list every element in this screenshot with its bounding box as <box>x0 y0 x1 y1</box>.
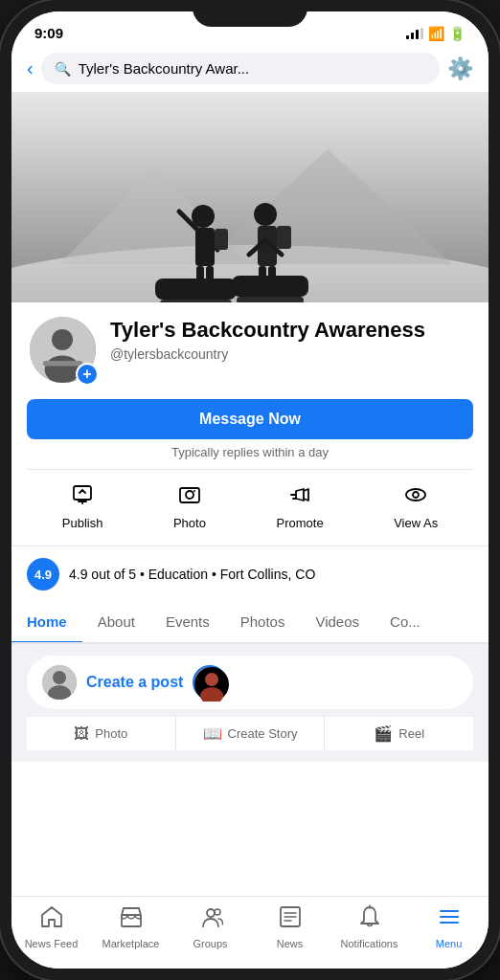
promote-button[interactable]: Promote <box>276 483 323 530</box>
profile-section: + Tyler's Backcountry Awareness @tylersb… <box>11 302 489 546</box>
create-post-text[interactable]: Create a post <box>86 674 183 691</box>
cover-photo <box>11 92 489 302</box>
promote-icon <box>288 483 311 512</box>
promote-label: Promote <box>276 516 323 530</box>
avatar-wrap: + <box>27 314 99 386</box>
bell-icon <box>357 904 382 935</box>
signal-icon <box>406 28 423 39</box>
nav-groups[interactable]: Groups <box>170 904 250 949</box>
svg-rect-18 <box>155 278 237 300</box>
content-area: + Tyler's Backcountry Awareness @tylersb… <box>11 92 489 896</box>
tab-about[interactable]: About <box>82 602 150 644</box>
photo-button[interactable]: Photo <box>173 483 206 530</box>
nav-news-feed[interactable]: News Feed <box>11 904 91 949</box>
search-input-wrap[interactable]: 🔍 Tyler's Backcountry Awar... <box>41 53 440 84</box>
svg-point-30 <box>186 491 193 499</box>
nav-marketplace[interactable]: Marketplace <box>91 904 170 949</box>
reel-post-button[interactable]: 🎬 Reel <box>325 717 473 750</box>
svg-rect-10 <box>215 229 228 250</box>
svg-point-31 <box>193 490 195 492</box>
photo-post-button[interactable]: 🖼 Photo <box>27 717 176 750</box>
search-bar: ‹ 🔍 Tyler's Backcountry Awar... ⚙️ <box>11 45 489 92</box>
tab-photos[interactable]: Photos <box>225 602 301 644</box>
svg-point-24 <box>45 355 80 383</box>
svg-rect-19 <box>160 300 232 302</box>
publish-icon <box>71 483 94 512</box>
follow-plus-icon[interactable]: + <box>76 363 99 386</box>
status-icons: 📶 🔋 <box>406 26 466 41</box>
view-as-button[interactable]: View As <box>394 483 438 530</box>
battery-icon: 🔋 <box>449 26 466 41</box>
status-time: 9:09 <box>34 25 63 41</box>
photo-post-icon: 🖼 <box>74 725 89 743</box>
svg-rect-41 <box>122 915 141 926</box>
post-avatar <box>42 665 77 700</box>
tab-home[interactable]: Home <box>11 602 82 644</box>
svg-rect-25 <box>43 361 82 367</box>
bottom-nav: News Feed Marketplace <box>11 896 489 969</box>
svg-point-23 <box>52 329 73 350</box>
view-as-icon <box>404 483 427 512</box>
phone-notch <box>193 0 307 27</box>
nav-marketplace-label: Marketplace <box>102 938 160 949</box>
news-icon <box>278 904 303 935</box>
nav-menu-label: Menu <box>436 938 463 949</box>
reply-time-text: Typically replies within a day <box>27 445 473 459</box>
view-as-label: View As <box>394 516 438 530</box>
create-story-button[interactable]: 📖 Create Story <box>176 717 326 750</box>
settings-icon[interactable]: ⚙️ <box>447 56 473 81</box>
reel-post-icon: 🎬 <box>374 724 393 743</box>
page-handle: @tylersbackcountry <box>110 346 473 362</box>
tab-events[interactable]: Events <box>150 602 225 644</box>
menu-icon <box>437 904 462 935</box>
back-button[interactable]: ‹ <box>27 57 34 79</box>
wifi-icon: 📶 <box>428 26 444 41</box>
publish-button[interactable]: Publish <box>62 483 103 530</box>
svg-point-39 <box>205 673 218 686</box>
message-now-button[interactable]: Message Now <box>27 399 473 439</box>
nav-notifications-label: Notifications <box>341 938 398 949</box>
create-post-row[interactable]: Create a post <box>27 656 473 709</box>
photo-label: Photo <box>173 516 206 530</box>
nav-groups-label: Groups <box>193 938 227 949</box>
rating-text: 4.9 out of 5 • Education • Fort Collins,… <box>69 567 315 582</box>
rating-badge: 4.9 <box>27 558 59 590</box>
svg-point-33 <box>406 489 425 501</box>
svg-rect-20 <box>232 276 308 297</box>
rating-row: 4.9 4.9 out of 5 • Education • Fort Coll… <box>11 546 489 602</box>
nav-notifications[interactable]: Notifications <box>330 904 409 949</box>
action-row: Publish Photo <box>27 469 473 534</box>
create-post-area: Create a post 🖼 Photo <box>11 644 489 762</box>
reel-avatar <box>193 665 227 700</box>
tab-more[interactable]: Co... <box>375 602 436 644</box>
svg-rect-26 <box>74 486 91 500</box>
tab-videos[interactable]: Videos <box>300 602 375 644</box>
nav-menu[interactable]: Menu <box>409 904 489 949</box>
svg-point-42 <box>207 909 215 917</box>
photo-icon <box>178 483 201 512</box>
publish-label: Publish <box>62 516 103 530</box>
story-post-icon: 📖 <box>203 724 222 743</box>
groups-icon <box>198 904 223 935</box>
svg-rect-17 <box>277 226 291 249</box>
page-title: Tyler's Backcountry Awareness <box>110 318 473 343</box>
nav-news-label: News <box>277 938 304 949</box>
svg-point-36 <box>53 671 66 684</box>
nav-news-feed-label: News Feed <box>25 938 79 949</box>
search-value: Tyler's Backcountry Awar... <box>79 60 250 77</box>
profile-name-wrap: Tyler's Backcountry Awareness @tylersbac… <box>110 314 473 362</box>
search-icon: 🔍 <box>55 61 71 77</box>
post-actions-row: 🖼 Photo 📖 Create Story 🎬 Reel <box>27 717 473 750</box>
svg-point-11 <box>254 203 277 226</box>
profile-header: + Tyler's Backcountry Awareness @tylersb… <box>27 302 473 386</box>
svg-rect-21 <box>237 297 304 302</box>
svg-point-43 <box>215 909 220 915</box>
nav-news[interactable]: News <box>250 904 330 949</box>
store-icon <box>119 904 144 935</box>
tabs-row: Home About Events Photos Videos Co... <box>11 602 489 644</box>
home-icon <box>39 904 64 935</box>
svg-point-34 <box>413 492 419 498</box>
